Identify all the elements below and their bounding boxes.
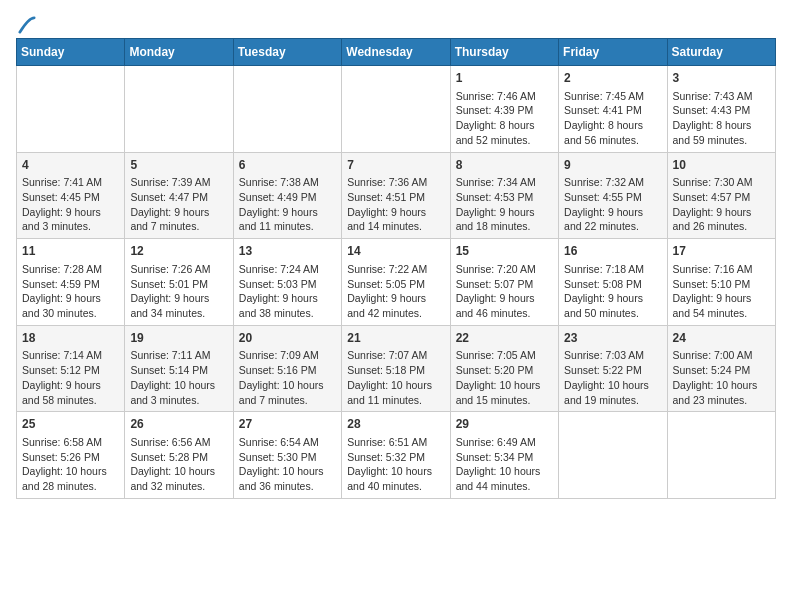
weekday-header-sunday: Sunday [17,39,125,66]
day-info: Daylight: 9 hours [347,205,444,220]
day-info: Sunrise: 7:03 AM [564,348,661,363]
day-number: 12 [130,243,227,260]
day-info: Daylight: 8 hours [673,118,770,133]
day-info: Sunrise: 7:32 AM [564,175,661,190]
weekday-header-monday: Monday [125,39,233,66]
day-info: Daylight: 9 hours [22,291,119,306]
calendar-cell [342,66,450,153]
weekday-header-friday: Friday [559,39,667,66]
weekday-header-saturday: Saturday [667,39,775,66]
day-info: and 7 minutes. [130,219,227,234]
day-number: 26 [130,416,227,433]
day-number: 24 [673,330,770,347]
calendar-cell: 4Sunrise: 7:41 AMSunset: 4:45 PMDaylight… [17,152,125,239]
day-info: Sunset: 5:20 PM [456,363,553,378]
day-info: Sunset: 5:08 PM [564,277,661,292]
day-number: 11 [22,243,119,260]
calendar-cell [233,66,341,153]
weekday-header-tuesday: Tuesday [233,39,341,66]
day-info: Daylight: 10 hours [130,378,227,393]
calendar-cell: 3Sunrise: 7:43 AMSunset: 4:43 PMDaylight… [667,66,775,153]
calendar-cell: 18Sunrise: 7:14 AMSunset: 5:12 PMDayligh… [17,325,125,412]
calendar-cell [125,66,233,153]
day-info: Sunrise: 7:11 AM [130,348,227,363]
day-info: Sunset: 5:22 PM [564,363,661,378]
day-info: and 26 minutes. [673,219,770,234]
day-info: Daylight: 9 hours [130,205,227,220]
day-info: Sunrise: 7:45 AM [564,89,661,104]
day-info: Daylight: 8 hours [564,118,661,133]
day-info: Daylight: 10 hours [239,464,336,479]
calendar-cell: 20Sunrise: 7:09 AMSunset: 5:16 PMDayligh… [233,325,341,412]
day-info: Sunset: 5:10 PM [673,277,770,292]
day-info: and 42 minutes. [347,306,444,321]
day-info: Sunrise: 7:24 AM [239,262,336,277]
day-info: Sunrise: 7:36 AM [347,175,444,190]
day-number: 18 [22,330,119,347]
day-info: and 3 minutes. [130,393,227,408]
calendar-cell: 7Sunrise: 7:36 AMSunset: 4:51 PMDaylight… [342,152,450,239]
day-info: Daylight: 9 hours [22,378,119,393]
day-info: Sunset: 5:12 PM [22,363,119,378]
day-info: Sunset: 5:16 PM [239,363,336,378]
day-info: Daylight: 9 hours [673,291,770,306]
day-info: Daylight: 10 hours [456,464,553,479]
day-info: Sunset: 5:30 PM [239,450,336,465]
calendar-cell: 21Sunrise: 7:07 AMSunset: 5:18 PMDayligh… [342,325,450,412]
calendar-table: SundayMondayTuesdayWednesdayThursdayFrid… [16,38,776,499]
day-info: Daylight: 9 hours [130,291,227,306]
day-info: Sunset: 5:03 PM [239,277,336,292]
calendar-cell: 17Sunrise: 7:16 AMSunset: 5:10 PMDayligh… [667,239,775,326]
day-info: Sunrise: 7:46 AM [456,89,553,104]
day-info: and 50 minutes. [564,306,661,321]
day-info: Sunset: 5:05 PM [347,277,444,292]
day-number: 28 [347,416,444,433]
day-info: Sunrise: 7:00 AM [673,348,770,363]
day-info: Sunrise: 7:30 AM [673,175,770,190]
day-info: and 36 minutes. [239,479,336,494]
day-info: and 19 minutes. [564,393,661,408]
day-number: 29 [456,416,553,433]
day-number: 21 [347,330,444,347]
day-number: 6 [239,157,336,174]
day-info: Sunrise: 7:16 AM [673,262,770,277]
day-info: Daylight: 10 hours [347,464,444,479]
day-info: Daylight: 9 hours [564,291,661,306]
day-info: Daylight: 10 hours [239,378,336,393]
day-info: Sunrise: 7:41 AM [22,175,119,190]
day-info: Daylight: 9 hours [347,291,444,306]
day-number: 23 [564,330,661,347]
calendar-cell: 29Sunrise: 6:49 AMSunset: 5:34 PMDayligh… [450,412,558,499]
calendar-cell: 22Sunrise: 7:05 AMSunset: 5:20 PMDayligh… [450,325,558,412]
day-info: Sunrise: 7:43 AM [673,89,770,104]
day-info: Sunset: 5:32 PM [347,450,444,465]
day-number: 27 [239,416,336,433]
day-info: and 14 minutes. [347,219,444,234]
logo [16,16,36,30]
day-info: Sunrise: 7:14 AM [22,348,119,363]
day-info: Daylight: 9 hours [239,291,336,306]
calendar-cell: 23Sunrise: 7:03 AMSunset: 5:22 PMDayligh… [559,325,667,412]
day-number: 8 [456,157,553,174]
day-info: Sunrise: 7:09 AM [239,348,336,363]
weekday-header-thursday: Thursday [450,39,558,66]
calendar-cell: 24Sunrise: 7:00 AMSunset: 5:24 PMDayligh… [667,325,775,412]
day-info: Sunset: 4:53 PM [456,190,553,205]
calendar-cell: 26Sunrise: 6:56 AMSunset: 5:28 PMDayligh… [125,412,233,499]
day-info: Sunrise: 7:26 AM [130,262,227,277]
day-number: 15 [456,243,553,260]
day-info: Daylight: 10 hours [564,378,661,393]
day-number: 10 [673,157,770,174]
day-info: Sunset: 4:39 PM [456,103,553,118]
day-number: 22 [456,330,553,347]
day-info: Sunset: 4:49 PM [239,190,336,205]
day-number: 7 [347,157,444,174]
calendar-cell: 27Sunrise: 6:54 AMSunset: 5:30 PMDayligh… [233,412,341,499]
day-info: and 23 minutes. [673,393,770,408]
calendar-cell [17,66,125,153]
day-info: and 52 minutes. [456,133,553,148]
day-info: Daylight: 9 hours [456,205,553,220]
header [16,16,776,30]
day-info: Daylight: 10 hours [347,378,444,393]
day-info: and 11 minutes. [347,393,444,408]
